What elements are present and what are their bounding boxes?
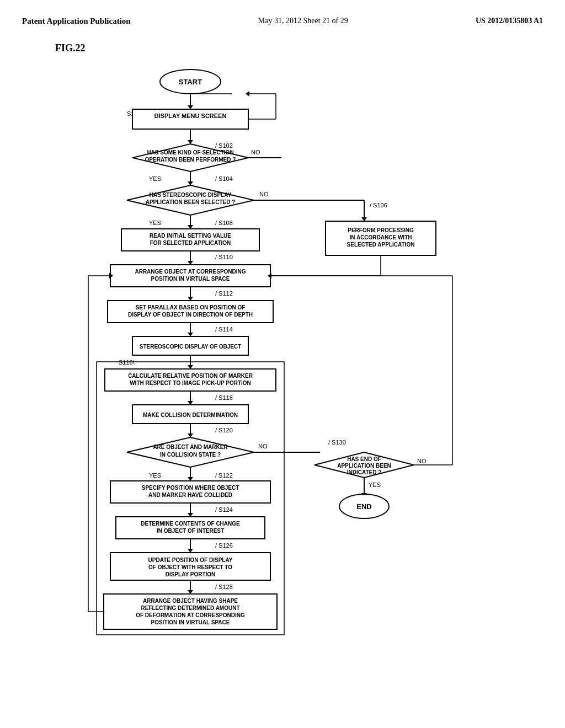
svg-text:INDICATED ?: INDICATED ? [347,469,382,475]
svg-marker-17 [188,181,193,185]
svg-text:/ S114: / S114 [215,326,233,333]
svg-text:IN OBJECT OF INTEREST: IN OBJECT OF INTEREST [157,528,224,534]
svg-text:/ S126: / S126 [215,542,233,549]
svg-text:/ S104: / S104 [215,175,233,182]
svg-text:HAS SOME KIND OF SELECTION: HAS SOME KIND OF SELECTION [147,149,233,156]
svg-text:DISPLAY OF OBJECT IN DIRECTION: DISPLAY OF OBJECT IN DIRECTION OF DEPTH [128,312,253,318]
svg-marker-66 [188,401,193,405]
header: Patent Application Publication May 31, 2… [22,17,543,26]
svg-text:OF DEFORMATION AT CORRESPONDIN: OF DEFORMATION AT CORRESPONDING [136,612,245,618]
svg-text:NO: NO [259,191,269,197]
svg-marker-26 [361,217,367,221]
svg-text:WITH RESPECT TO IMAGE PICK-UP : WITH RESPECT TO IMAGE PICK-UP PORTION [130,380,251,386]
svg-text:S116\: S116\ [119,359,135,366]
svg-marker-9 [188,140,193,144]
svg-marker-100 [188,513,193,517]
svg-text:/ S118: / S118 [215,394,233,401]
svg-marker-113 [188,590,193,594]
svg-text:MAKE COLLISION DETERMINATION: MAKE COLLISION DETERMINATION [143,412,238,418]
svg-marker-127 [246,91,249,97]
header-left: Patent Application Publication [22,17,131,26]
svg-text:REFLECTING DETERMINED AMOUNT: REFLECTING DETERMINED AMOUNT [141,605,239,611]
svg-marker-40 [188,261,193,265]
svg-text:/ S110: / S110 [215,254,233,260]
svg-text:/ S108: / S108 [215,220,233,226]
svg-text:READ INITIAL SETTING VALUE: READ INITIAL SETTING VALUE [150,233,231,239]
date-sheet-label: May 31, 2012 Sheet 21 of 29 [258,17,348,25]
svg-text:PERFORM PROCESSING: PERFORM PROCESSING [348,227,414,233]
svg-text:IN COLLISION STATE ?: IN COLLISION STATE ? [160,452,221,458]
svg-text:DETERMINE CONTENTS OF CHANGE: DETERMINE CONTENTS OF CHANGE [141,521,240,527]
svg-text:END: END [356,502,371,511]
svg-marker-55 [188,333,193,336]
svg-text:DISPLAY PORTION: DISPLAY PORTION [166,571,216,577]
page: Patent Application Publication May 31, 2… [0,0,565,728]
svg-marker-93 [188,477,193,481]
svg-text:IN ACCORDANCE WITH: IN ACCORDANCE WITH [350,234,412,240]
svg-text:OF OBJECT WITH RESPECT TO: OF OBJECT WITH RESPECT TO [148,564,232,570]
svg-text:CALCULATE RELATIVE POSITION OF: CALCULATE RELATIVE POSITION OF MARKER [128,373,253,379]
svg-text:DISPLAY MENU SCREEN: DISPLAY MENU SCREEN [154,113,227,119]
svg-marker-3 [188,105,193,109]
svg-text:/ S106: / S106 [370,202,387,208]
svg-text:/ S130: / S130 [328,439,346,446]
svg-text:START: START [179,78,202,86]
svg-text:APPLICATION BEEN: APPLICATION BEEN [337,463,391,469]
svg-text:/ S128: / S128 [215,584,233,590]
svg-text:YES: YES [149,472,161,479]
svg-text:AND MARKER HAVE COLLIDED: AND MARKER HAVE COLLIDED [148,492,232,498]
fig-label: FIG.22 [55,42,543,54]
svg-text:ARRANGE OBJECT HAVING SHAPE: ARRANGE OBJECT HAVING SHAPE [143,598,238,604]
svg-text:YES: YES [369,481,381,488]
svg-text:POSITION IN VIRTUAL SPACE: POSITION IN VIRTUAL SPACE [151,276,230,282]
svg-text:ARE OBJECT AND MARKER: ARE OBJECT AND MARKER [153,444,228,450]
svg-text:APPLICATION BEEN SELECTED ?: APPLICATION BEEN SELECTED ? [146,199,236,205]
svg-text:NO: NO [251,149,260,156]
header-center: May 31, 2012 Sheet 21 of 29 [258,17,348,25]
flowchart-diagram: START S100\ DISPLAY MENU SCREEN / S102 H… [55,65,530,705]
svg-text:FOR SELECTED APPLICATION: FOR SELECTED APPLICATION [150,240,231,246]
svg-marker-60 [188,365,193,369]
svg-text:/ S122: / S122 [215,472,233,479]
svg-marker-106 [188,549,193,553]
publication-label: Patent Application Publication [22,17,131,25]
svg-text:POSITION IN VIRTUAL SPACE: POSITION IN VIRTUAL SPACE [151,619,230,625]
svg-text:/ S102: / S102 [215,142,233,149]
patent-number-label: US 2012/0135803 A1 [476,17,543,25]
svg-marker-33 [188,225,193,229]
svg-text:/ S112: / S112 [215,290,233,297]
svg-text:OPERATION BEEN PERFORMED ?: OPERATION BEEN PERFORMED ? [145,157,236,163]
svg-text:NO: NO [258,443,268,449]
svg-text:UPDATE POSITION OF DISPLAY: UPDATE POSITION OF DISPLAY [148,557,233,563]
svg-text:STEREOSCOPIC DISPLAY OF OBJECT: STEREOSCOPIC DISPLAY OF OBJECT [140,344,241,350]
svg-text:HAS END OF: HAS END OF [347,456,381,462]
svg-text:ARRANGE OBJECT AT CORRESPONDIN: ARRANGE OBJECT AT CORRESPONDING [135,269,246,275]
svg-text:SELECTED APPLICATION: SELECTED APPLICATION [347,242,415,248]
svg-text:SPECIFY POSITION WHERE OBJECT: SPECIFY POSITION WHERE OBJECT [142,485,239,491]
svg-text:HAS STEREOSCOPIC DISPLAY: HAS STEREOSCOPIC DISPLAY [150,192,232,198]
header-right: US 2012/0135803 A1 [476,17,543,25]
svg-text:YES: YES [149,220,161,226]
svg-text:/ S120: / S120 [215,427,233,433]
svg-text:SET PARALLAX BASED ON POSITION: SET PARALLAX BASED ON POSITION OF [136,304,246,311]
svg-text:YES: YES [149,175,161,182]
svg-text:/ S124: / S124 [215,506,233,513]
svg-text:NO: NO [417,458,427,464]
svg-marker-71 [188,433,193,437]
svg-marker-49 [188,297,193,301]
